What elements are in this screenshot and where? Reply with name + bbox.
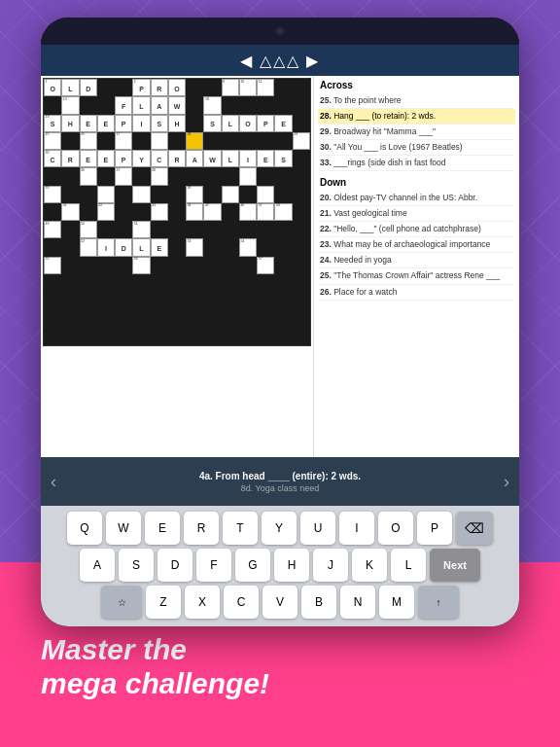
cell[interactable] <box>239 328 257 345</box>
cell[interactable]: S <box>274 150 292 167</box>
cell[interactable] <box>97 132 115 150</box>
cell[interactable] <box>274 132 292 150</box>
cell[interactable] <box>61 221 79 238</box>
cell[interactable]: W <box>203 150 221 167</box>
cell[interactable]: E <box>97 115 115 132</box>
clue-across-30[interactable]: 30. "All You ___ is Love (1967 Beatles) <box>320 140 513 156</box>
clue-down-23[interactable]: 23. What may be of archaeological import… <box>320 237 513 253</box>
cell[interactable] <box>222 186 239 203</box>
cell[interactable] <box>115 309 132 327</box>
cell[interactable]: 38 <box>151 167 168 185</box>
cell[interactable] <box>293 167 310 185</box>
cell[interactable]: 47 <box>257 203 274 221</box>
cell[interactable] <box>222 96 239 114</box>
cell[interactable] <box>61 328 79 345</box>
cell[interactable] <box>186 309 203 327</box>
cell[interactable] <box>186 274 203 292</box>
cell[interactable] <box>44 328 61 345</box>
cell[interactable] <box>274 274 292 292</box>
clue-next-button[interactable]: › <box>504 472 509 492</box>
cell[interactable] <box>293 96 310 114</box>
cell[interactable]: 52 <box>80 238 97 256</box>
cell[interactable] <box>222 309 239 327</box>
cell[interactable] <box>97 221 115 238</box>
cell[interactable] <box>97 186 115 203</box>
cell[interactable]: A <box>186 150 203 167</box>
key-L[interactable]: L <box>391 549 426 582</box>
cell[interactable]: 29 <box>293 132 310 150</box>
cell[interactable] <box>274 167 292 185</box>
key-N[interactable]: N <box>340 586 375 619</box>
clue-down-22[interactable]: 22. "Hello, ___" (cell phone ad catchphr… <box>320 222 513 237</box>
cell[interactable]: 19S <box>44 115 61 132</box>
cell[interactable] <box>151 186 168 203</box>
cell[interactable]: F <box>115 96 132 114</box>
cell[interactable]: 48 <box>274 203 292 221</box>
cell[interactable] <box>168 238 186 256</box>
cell[interactable] <box>257 96 274 114</box>
cell[interactable] <box>203 238 221 256</box>
cell[interactable] <box>115 328 132 345</box>
key-next[interactable]: Next <box>430 549 480 582</box>
cell[interactable]: S <box>203 115 221 132</box>
cell[interactable] <box>293 115 310 132</box>
cell[interactable] <box>274 186 292 203</box>
key-special-left[interactable]: ☆ <box>101 586 142 619</box>
cell[interactable] <box>132 274 150 292</box>
cell[interactable] <box>257 238 274 256</box>
cell[interactable] <box>257 186 274 203</box>
key-F[interactable]: F <box>196 549 231 582</box>
cell[interactable] <box>115 221 132 238</box>
cell[interactable] <box>80 186 97 203</box>
cell[interactable] <box>168 274 186 292</box>
cell[interactable] <box>61 132 79 150</box>
cell[interactable]: 5P <box>132 79 150 96</box>
cell[interactable]: 14 <box>61 96 79 114</box>
cell[interactable] <box>44 292 61 309</box>
clue-across-33[interactable]: 33. ___rings (side dish in fast food <box>320 156 513 171</box>
cell[interactable] <box>203 79 221 96</box>
cell[interactable] <box>274 328 292 345</box>
cell[interactable] <box>97 274 115 292</box>
cell[interactable] <box>257 132 274 150</box>
cell[interactable] <box>293 274 310 292</box>
cell[interactable] <box>293 257 310 274</box>
cell[interactable] <box>132 186 150 203</box>
cell[interactable]: I <box>97 238 115 256</box>
cell[interactable] <box>274 292 292 309</box>
cell[interactable] <box>168 221 186 238</box>
cell[interactable]: E <box>97 150 115 167</box>
cell[interactable] <box>80 328 97 345</box>
cell[interactable] <box>151 221 168 238</box>
cell[interactable]: 45 <box>203 203 221 221</box>
cell[interactable] <box>168 257 186 274</box>
cell[interactable]: S <box>151 115 168 132</box>
cell[interactable] <box>257 274 274 292</box>
cell[interactable]: E <box>80 150 97 167</box>
key-Q[interactable]: Q <box>67 512 102 545</box>
cell[interactable] <box>44 238 61 256</box>
cell[interactable] <box>293 186 310 203</box>
cell[interactable]: W <box>168 96 186 114</box>
cell[interactable] <box>44 167 61 185</box>
cell[interactable]: 26 <box>80 132 97 150</box>
cell[interactable]: H <box>61 115 79 132</box>
cell[interactable] <box>239 167 257 185</box>
cell[interactable]: 25 <box>44 132 61 150</box>
cell[interactable]: 44 <box>186 203 203 221</box>
cell[interactable] <box>239 274 257 292</box>
cell[interactable] <box>97 309 115 327</box>
cell[interactable] <box>203 274 221 292</box>
key-I[interactable]: I <box>339 512 374 545</box>
cell[interactable] <box>61 186 79 203</box>
cell[interactable]: O <box>168 79 186 96</box>
cell[interactable] <box>151 328 168 345</box>
cell[interactable] <box>293 150 310 167</box>
cell[interactable] <box>97 292 115 309</box>
cell[interactable] <box>115 274 132 292</box>
cell[interactable] <box>222 132 239 150</box>
cell[interactable] <box>186 221 203 238</box>
key-A[interactable]: A <box>80 549 115 582</box>
cell[interactable] <box>115 257 132 274</box>
cell[interactable] <box>239 96 257 114</box>
